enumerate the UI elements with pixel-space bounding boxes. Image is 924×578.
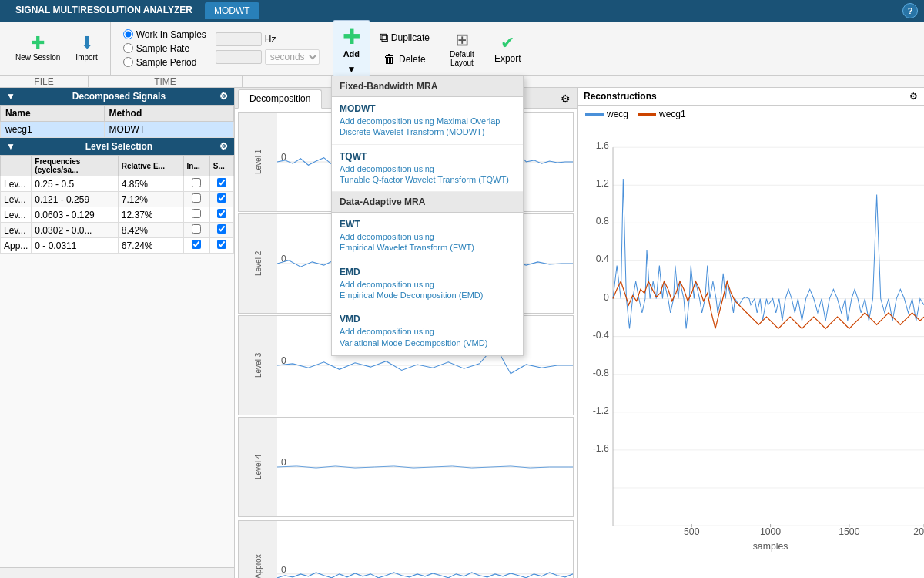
tab-gear-icon[interactable]: ⚙: [557, 89, 574, 108]
include-cell[interactable]: [183, 176, 209, 192]
approx-svg: 0: [277, 521, 573, 578]
radio-group: Work In Samples Sample Rate Sample Perio…: [117, 25, 213, 72]
add-arrow-button[interactable]: ▼: [333, 62, 370, 76]
include-checkbox[interactable]: [192, 224, 201, 234]
export-button[interactable]: ✔ Export: [488, 30, 527, 67]
rel-e-cell: 12.37%: [118, 207, 183, 223]
left-scrollbar[interactable]: [0, 567, 234, 578]
include-cell[interactable]: [183, 207, 209, 223]
sample-rate-row: Sample Rate: [123, 43, 206, 54]
table-row[interactable]: wecg1 MODWT: [1, 122, 234, 138]
decomposition-tab[interactable]: Decomposition: [238, 89, 322, 109]
work-in-samples-row: Work In Samples: [123, 29, 206, 40]
level-table-row[interactable]: Lev... 0.121 - 0.259 7.12%: [1, 192, 234, 207]
duplicate-icon: ⧉: [380, 31, 388, 45]
decomposed-signals-gear[interactable]: ⚙: [219, 91, 228, 102]
svg-text:1.2: 1.2: [596, 178, 609, 189]
include-checkbox[interactable]: [192, 240, 201, 249]
sample-rate-label: Sample Rate: [136, 43, 189, 54]
sample-rate-input[interactable]: 1: [216, 32, 262, 46]
rel-e-cell: 67.24%: [118, 238, 183, 254]
level-selection-gear[interactable]: ⚙: [219, 141, 228, 152]
sample-period-radio[interactable]: [123, 57, 133, 67]
sample-rate-input-row: 1 Hz: [216, 32, 320, 46]
level-table-row[interactable]: Lev... 0.25 - 0.5 4.85%: [1, 176, 234, 192]
new-session-button[interactable]: ✚ New Session: [9, 32, 66, 65]
level-row-col: [1, 156, 32, 176]
file-section-label: FILE: [0, 76, 89, 87]
svg-text:0: 0: [604, 292, 609, 303]
show-cell[interactable]: [209, 176, 233, 192]
add-plus-icon: ✚: [343, 24, 360, 49]
ewt-menu-item[interactable]: EWT Add decomposition usingEmpirical Wav…: [332, 213, 523, 260]
show-checkbox[interactable]: [217, 240, 226, 249]
level1-label: Level 1: [239, 113, 277, 211]
help-button[interactable]: ?: [902, 3, 918, 18]
include-checkbox[interactable]: [192, 193, 201, 203]
include-cell[interactable]: [183, 238, 209, 254]
modwt-menu-item[interactable]: MODWT Add decomposition using Maximal Ov…: [332, 97, 523, 145]
vmd-title: VMD: [340, 314, 515, 324]
file-section: ✚ New Session ⬇ Import: [3, 22, 111, 75]
show-checkbox[interactable]: [217, 209, 226, 218]
duplicate-button[interactable]: ⧉ Duplicate: [373, 28, 436, 48]
show-cell[interactable]: [209, 207, 233, 223]
show-cell[interactable]: [209, 223, 233, 238]
show-checkbox[interactable]: [217, 193, 226, 203]
tqwt-title: TQWT: [340, 151, 515, 162]
level-table-row[interactable]: App... 0 - 0.0311 67.24%: [1, 238, 234, 254]
decomposed-signals-header[interactable]: ▼ Decomposed Signals ⚙: [0, 88, 234, 105]
rel-e-cell: 8.42%: [118, 223, 183, 238]
level-label: Lev...: [1, 223, 32, 238]
svg-text:0.4: 0.4: [596, 254, 609, 264]
svg-text:-1.2: -1.2: [593, 405, 609, 416]
show-checkbox[interactable]: [217, 178, 226, 187]
freq-cell: 0 - 0.0311: [32, 238, 118, 254]
import-label: Import: [75, 53, 97, 62]
level-label: Lev...: [1, 207, 32, 223]
in-col-header: In...: [183, 156, 209, 176]
signal-method: MODWT: [104, 122, 233, 138]
import-button[interactable]: ⬇ Import: [69, 32, 103, 65]
reconstruction-chart: 1.6 1.2 0.8 0.4 0 -0.4 -0.8 -1.2 -1.6 50…: [578, 123, 924, 578]
delete-button[interactable]: 🗑 Delete: [373, 49, 436, 69]
level-table-row[interactable]: Lev... 0.0302 - 0.0... 8.42%: [1, 223, 234, 238]
level2-label: Level 2: [239, 214, 277, 313]
add-dropdown-menu: Fixed-Bandwidth MRA MODWT Add decomposit…: [331, 76, 524, 356]
show-cell[interactable]: [209, 238, 233, 254]
modwt-tab[interactable]: MODWT: [205, 2, 259, 19]
sample-period-row: Sample Period: [123, 57, 206, 68]
default-layout-icon: ⊞: [455, 30, 469, 50]
svg-text:1500: 1500: [839, 526, 859, 537]
level-table-row[interactable]: Lev... 0.0603 - 0.129 12.37%: [1, 207, 234, 223]
add-main-button[interactable]: ✚ Add: [333, 21, 370, 62]
level-selection-header[interactable]: ▼ Level Selection ⚙: [0, 138, 234, 155]
level4-label: Level 4: [239, 418, 277, 516]
work-in-samples-radio[interactable]: [123, 29, 133, 39]
level-selection-title: Level Selection: [85, 141, 152, 152]
show-checkbox[interactable]: [217, 224, 226, 234]
decomposed-signals-table: Name Method wecg1 MODWT: [0, 105, 234, 138]
include-checkbox[interactable]: [192, 209, 201, 218]
include-cell[interactable]: [183, 192, 209, 207]
dup-del-group: ⧉ Duplicate 🗑 Delete: [373, 28, 436, 69]
add-dropdown-icon: ▼: [346, 64, 356, 75]
vmd-menu-item[interactable]: VMD Add decomposition usingVariational M…: [332, 307, 523, 355]
reconstructions-gear[interactable]: ⚙: [909, 91, 918, 102]
level-selection-arrow: ▼: [6, 141, 15, 152]
legend-wecg-line: [585, 113, 604, 116]
default-layout-button[interactable]: ⊞ Default Layout: [439, 27, 485, 70]
sample-period-input[interactable]: 1: [216, 50, 262, 64]
svg-text:samples: samples: [753, 541, 788, 552]
emd-menu-item[interactable]: EMD Add decomposition usingEmpirical Mod…: [332, 260, 523, 308]
include-checkbox[interactable]: [192, 178, 201, 187]
show-cell[interactable]: [209, 192, 233, 207]
work-in-samples-label: Work In Samples: [136, 29, 206, 40]
tqwt-menu-item[interactable]: TQWT Add decomposition usingTunable Q-fa…: [332, 145, 523, 193]
sample-rate-radio[interactable]: [123, 43, 133, 53]
period-unit-select[interactable]: seconds: [265, 49, 320, 65]
right-panel: Reconstructions ⚙ wecg wecg1: [578, 88, 924, 578]
include-cell[interactable]: [183, 223, 209, 238]
legend: wecg wecg1: [578, 106, 924, 123]
level-label: App...: [1, 238, 32, 254]
